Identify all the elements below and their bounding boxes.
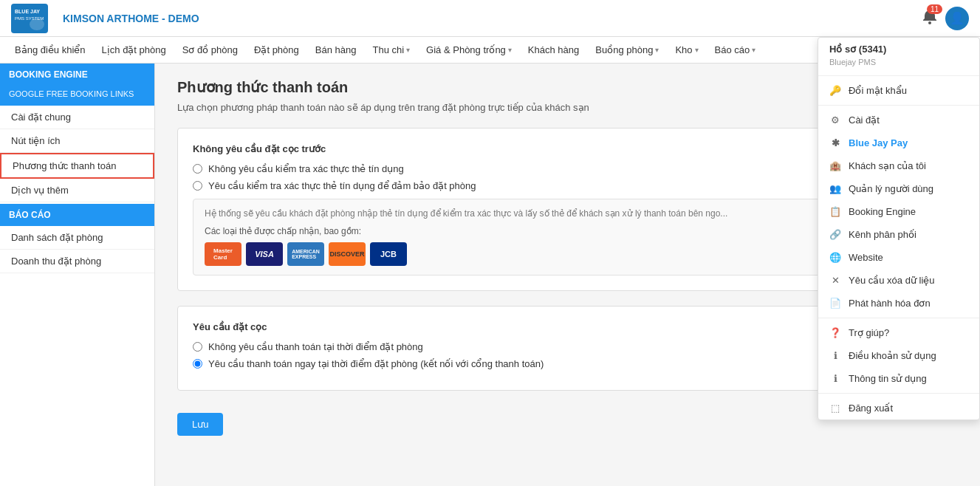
radio-no-verify[interactable] [193,164,202,174]
sidebar-item-general-settings[interactable]: Cài đặt chung [0,106,154,129]
dropdown-item-invoice[interactable]: 📄 Phát hành hóa đơn [818,292,979,315]
dropdown-divider-2 [818,105,979,106]
dropdown-label-website: Website [849,252,883,263]
nav-item-booking[interactable]: Đặt phòng [247,40,306,60]
nav-label-booking: Đặt phòng [254,44,299,55]
nav-item-booking-calendar[interactable]: Lịch đặt phòng [95,40,174,60]
dropdown-label-hotel: Khách sạn của tôi [849,160,926,171]
nav-label-customers: Khách hàng [528,44,579,55]
site-title: KIMSON ARTHOME - DEMO [63,13,199,24]
nav-item-price-rooms[interactable]: Giá & Phòng trống ▾ [419,40,519,60]
dropdown-item-info[interactable]: ℹ Thông tin sử dụng [818,367,979,390]
dropdown-label-channel: Kênh phân phối [849,229,916,240]
nav-item-dashboard[interactable]: Bảng điều khiển [7,40,93,60]
dropdown-label-booking-engine: Booking Engine [849,206,916,217]
help-icon: ❓ [829,327,841,338]
dropdown-item-delete[interactable]: ✕ Yêu cầu xóa dữ liệu [818,269,979,292]
radio-label-no-payment: Không yêu cầu thanh toán tại thời điểm đ… [208,341,423,352]
dropdown-item-hotel[interactable]: 🏨 Khách sạn của tôi [818,154,979,177]
nav-item-rooms[interactable]: Buồng phòng ▾ [588,40,666,60]
dropdown-label-bluejay-pay: Blue Jay Pay [849,137,908,148]
nav-label-finance: Thu chi [372,44,404,55]
dropdown-item-logout[interactable]: ⬚ Đăng xuất [818,397,979,420]
nav-item-warehouse[interactable]: Kho ▾ [668,40,705,60]
nav-item-finance[interactable]: Thu chi ▾ [365,40,417,60]
dropdown-label-terms: Điều khoản sử dụng [849,350,936,361]
gear-icon: ⚙ [829,114,841,126]
radio-label-require-payment: Yêu cầu thanh toán ngay tại thời điểm đặ… [208,358,544,369]
dropdown-label-logout: Đăng xuất [849,403,893,414]
topbar-right: 11 👤 Hồ sơ (5341) Bluejay PMS 🔑 Đổi mật … [922,7,969,30]
dropdown-header: Hồ sơ (5341) [818,38,979,58]
topbar: BLUE JAY PMS SYSTEM KIMSON ARTHOME - DEM… [0,0,980,37]
channel-icon: 🔗 [829,229,841,240]
dropdown-item-channel[interactable]: 🔗 Kênh phân phối [818,223,979,246]
notification-button[interactable]: 11 [922,9,938,27]
nav-label-dashboard: Bảng điều khiển [15,44,86,55]
dropdown-item-password[interactable]: 🔑 Đổi mật khẩu [818,79,979,102]
nav-label-booking-calendar: Lịch đặt phòng [102,44,166,55]
sidebar-item-widget[interactable]: Nút tiện ích [0,129,154,153]
save-button[interactable]: Lưu [177,413,223,436]
card-icon-mastercard: MasterCard [205,242,241,266]
dropdown-label-password: Đổi mật khẩu [849,85,907,96]
nav-item-room-map[interactable]: Sơ đồ phòng [175,40,245,60]
card-icon-discover: DISCOVER [329,242,366,266]
nav-label-sales: Bán hàng [315,44,357,55]
dropdown-label-invoice: Phát hành hóa đơn [849,298,931,309]
radio-label-no-verify: Không yêu cầu kiểm tra xác thực thẻ tín … [208,163,404,174]
dropdown-item-bluejay-pay[interactable]: ✱ Blue Jay Pay [818,131,979,154]
dropdown-label-delete: Yêu cầu xóa dữ liệu [849,275,935,286]
card-icon-visa: VISA [246,242,283,266]
dropdown-item-booking-engine[interactable]: 📋 Booking Engine [818,200,979,223]
nav-label-warehouse: Kho [675,44,692,55]
users-icon: 👥 [829,183,841,194]
svg-point-4 [928,21,931,24]
chevron-down-icon: ▾ [752,46,755,54]
nav-label-room-map: Sơ đồ phòng [182,44,238,55]
chevron-down-icon: ▾ [695,46,699,54]
sidebar-item-extra-services[interactable]: Dịch vụ thêm [0,179,154,202]
sidebar-subsection-google: GOOGLE FREE BOOKING LINKS [0,86,154,106]
star-icon: ✱ [829,137,841,148]
sidebar-section-reports: BÁO CÁO [0,204,154,226]
card-icon-amex: AMERICANEXPRESS [287,242,324,266]
logo-icon: BLUE JAY PMS SYSTEM [11,4,48,33]
dropdown-item-users[interactable]: 👥 Quản lý người dùng [818,177,979,200]
nav-label-reports: Báo cáo [715,44,750,55]
chevron-down-icon: ▾ [655,46,659,54]
sidebar-item-booking-list[interactable]: Danh sách đặt phòng [0,226,154,250]
dropdown-item-terms[interactable]: ℹ Điều khoản sử dụng [818,344,979,367]
sidebar: BOOKING ENGINE GOOGLE FREE BOOKING LINKS… [0,64,155,486]
nav-item-sales[interactable]: Bán hàng [308,40,364,60]
info-icon: ℹ [829,373,841,384]
website-icon: 🌐 [829,252,841,263]
radio-no-payment[interactable] [193,342,202,352]
dropdown-divider-3 [818,318,979,318]
sidebar-item-payment-method[interactable]: Phương thức thanh toán [0,153,154,179]
radio-require-payment[interactable] [193,359,202,369]
booking-engine-icon: 📋 [829,206,841,217]
dropdown-label-info: Thông tin sử dụng [849,373,927,384]
radio-label-verify: Yêu cầu kiểm tra xác thực thẻ tín dụng đ… [208,180,476,191]
notif-badge: 11 [927,4,942,14]
dropdown-item-website[interactable]: 🌐 Website [818,246,979,269]
dropdown-item-help[interactable]: ❓ Trợ giúp? [818,321,979,344]
user-avatar[interactable]: 👤 [945,7,969,30]
svg-text:BLUE JAY: BLUE JAY [15,9,40,14]
hotel-icon: 🏨 [829,160,841,171]
sidebar-item-revenue[interactable]: Doanh thu đặt phòng [0,250,154,273]
radio-verify[interactable] [193,181,202,191]
chevron-down-icon: ▾ [508,46,512,54]
dropdown-subheader: Bluejay PMS [818,58,979,72]
dropdown-label-users: Quản lý người dùng [849,183,933,194]
dropdown-label-settings: Cài đặt [849,114,880,126]
nav-item-customers[interactable]: Khách hàng [521,40,586,60]
nav-item-reports[interactable]: Báo cáo ▾ [707,40,764,60]
nav-label-rooms: Buồng phòng [595,44,653,55]
svg-point-3 [30,18,44,30]
dropdown-item-settings[interactable]: ⚙ Cài đặt [818,109,979,131]
user-dropdown-menu: Hồ sơ (5341) Bluejay PMS 🔑 Đổi mật khẩu … [818,37,980,420]
nav-label-price-rooms: Giá & Phòng trống [426,44,506,55]
logout-icon: ⬚ [829,403,841,414]
